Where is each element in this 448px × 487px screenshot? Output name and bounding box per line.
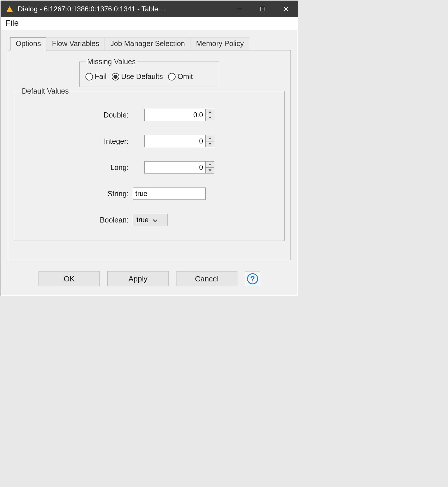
input-string[interactable]: [133, 188, 206, 200]
spacer: [206, 220, 214, 220]
minimize-button[interactable]: [228, 1, 251, 17]
legend-missing-values: Missing Values: [85, 57, 137, 66]
titlebar: Dialog - 6:1267:0:1386:0:1376:0:1341 - T…: [1, 1, 298, 17]
radio-omit[interactable]: Omit: [168, 72, 193, 81]
chevron-up-icon[interactable]: [206, 162, 214, 168]
input-double[interactable]: [144, 109, 206, 121]
svg-marker-10: [209, 169, 211, 171]
label-long: Long:: [110, 163, 133, 172]
legend-default-values: Default Values: [20, 87, 71, 95]
label-double: Double:: [104, 111, 133, 119]
default-values-form: Double: Integer: Long:: [20, 100, 279, 235]
select-boolean-value: true: [136, 216, 148, 224]
radio-use-defaults[interactable]: Use Defaults: [112, 72, 163, 81]
spacer: [206, 194, 214, 194]
spinner-long[interactable]: [206, 161, 214, 174]
svg-marker-8: [209, 143, 211, 145]
svg-marker-9: [209, 164, 211, 165]
chevron-down-icon[interactable]: [206, 168, 214, 174]
label-boolean: Boolean:: [100, 216, 133, 224]
label-string: String:: [108, 190, 133, 198]
window-title: Dialog - 6:1267:0:1386:0:1376:0:1341 - T…: [18, 5, 228, 13]
svg-marker-0: [6, 6, 13, 12]
apply-button[interactable]: Apply: [107, 271, 169, 286]
app-icon: [6, 5, 14, 13]
cancel-button[interactable]: Cancel: [176, 271, 237, 286]
help-icon: ?: [247, 273, 258, 284]
close-button[interactable]: [274, 1, 298, 17]
chevron-down-icon[interactable]: [206, 141, 214, 147]
input-integer[interactable]: [144, 135, 206, 147]
maximize-button[interactable]: [251, 1, 274, 17]
chevron-down-icon[interactable]: [206, 115, 214, 121]
spinner-integer[interactable]: [206, 135, 214, 147]
menu-file[interactable]: File: [6, 18, 19, 27]
client-area: Options Flow Variables Job Manager Selec…: [1, 30, 298, 296]
tabpanel-options: Missing Values Fail Use Defaults Omit: [8, 50, 291, 260]
help-button[interactable]: ?: [245, 271, 260, 286]
svg-marker-5: [209, 111, 211, 113]
radio-icon: [168, 73, 176, 80]
radio-fail[interactable]: Fail: [85, 72, 106, 81]
tab-job-manager[interactable]: Job Manager Selection: [105, 37, 190, 50]
radio-icon: [112, 73, 119, 80]
dialog-window: Dialog - 6:1267:0:1386:0:1376:0:1341 - T…: [1, 1, 298, 296]
chevron-up-icon[interactable]: [206, 109, 214, 115]
tabstrip: Options Flow Variables Job Manager Selec…: [10, 37, 291, 50]
tab-options[interactable]: Options: [10, 37, 46, 50]
select-boolean[interactable]: true: [133, 214, 168, 226]
group-missing-values: Missing Values Fail Use Defaults Omit: [79, 57, 219, 87]
input-long[interactable]: [144, 161, 206, 174]
menubar: File: [1, 17, 298, 30]
tab-flow-variables[interactable]: Flow Variables: [46, 37, 105, 50]
chevron-down-icon: [153, 216, 158, 224]
ok-button[interactable]: OK: [38, 271, 100, 286]
svg-rect-2: [261, 7, 265, 11]
label-integer: Integer:: [104, 137, 133, 146]
missing-values-radios: Fail Use Defaults Omit: [85, 71, 213, 81]
svg-marker-6: [209, 117, 211, 119]
tab-memory-policy[interactable]: Memory Policy: [190, 37, 249, 50]
spinner-double[interactable]: [206, 109, 214, 121]
group-default-values: Default Values Double: Integer: Long:: [14, 87, 285, 241]
radio-icon: [85, 73, 93, 80]
svg-marker-7: [209, 137, 211, 139]
chevron-up-icon[interactable]: [206, 135, 214, 141]
window-controls: [228, 1, 298, 17]
button-bar: OK Apply Cancel ?: [8, 260, 291, 289]
